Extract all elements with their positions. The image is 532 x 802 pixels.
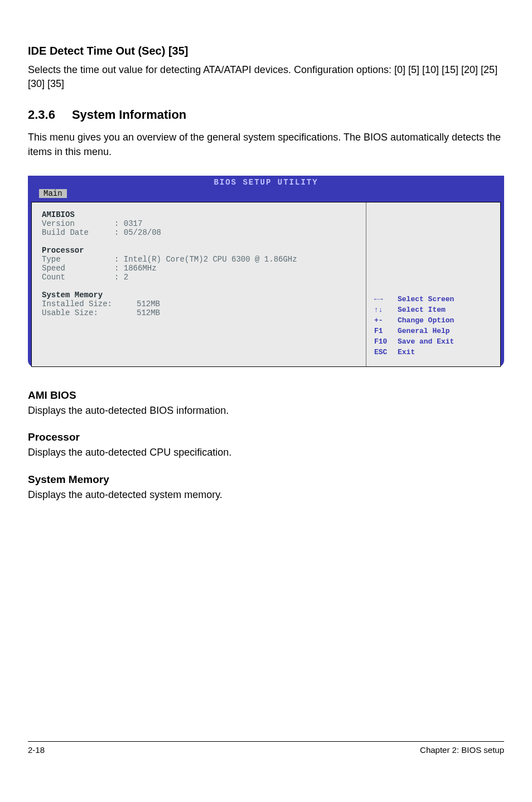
section-header: 2.3.6 System Information (28, 108, 504, 122)
legend-text-save-exit: Save and Exit (398, 337, 457, 347)
ami-bios-body: Displays the auto-detected BIOS informat… (28, 404, 504, 417)
section-body: This menu gives you an overview of the g… (28, 131, 504, 158)
memory-usable-label: Usable Size: (42, 308, 137, 317)
amibios-date-value: : 05/28/08 (114, 228, 161, 237)
legend-key-f1: F1 (374, 327, 396, 336)
system-memory-sub-body: Displays the auto-detected system memory… (28, 489, 504, 501)
bios-setup-panel: BIOS SETUP UTILITY Main AMIBIOS Version … (28, 176, 504, 367)
legend-key-ud: ↑↓ (374, 306, 396, 315)
processor-count-value: : 2 (114, 273, 128, 282)
processor-type-value: : Intel(R) Core(TM)2 CPU 6300 @ 1.86GHz (114, 255, 297, 264)
legend-text-exit: Exit (398, 348, 457, 357)
amibios-version-value: : 0317 (114, 219, 142, 228)
bios-key-legend: ←→Select Screen ↑↓Select Item +-Change O… (373, 294, 458, 359)
legend-key-pm: +- (374, 316, 396, 326)
legend-text-change-option: Change Option (398, 316, 457, 326)
memory-usable-value: 512MB (137, 308, 160, 317)
bios-title: BIOS SETUP UTILITY (28, 176, 504, 189)
system-memory-sub-heading: System Memory (28, 474, 504, 486)
legend-text-general-help: General Help (398, 327, 457, 336)
bios-tab-main[interactable]: Main (39, 189, 67, 198)
processor-heading: Processor (42, 246, 356, 255)
memory-installed-label: Installed Size: (42, 299, 137, 308)
page-footer: 2-18 Chapter 2: BIOS setup (28, 742, 504, 755)
amibios-date-label: Build Date (42, 228, 114, 237)
footer-page-number: 2-18 (28, 745, 45, 755)
processor-count-label: Count (42, 273, 114, 282)
ide-detect-heading: IDE Detect Time Out (Sec) [35] (28, 45, 504, 57)
processor-speed-value: : 1866MHz (114, 264, 157, 273)
amibios-version-label: Version (42, 219, 114, 228)
legend-key-f10: F10 (374, 337, 396, 347)
legend-key-lr: ←→ (374, 295, 396, 305)
processor-type-label: Type (42, 255, 114, 264)
system-memory-heading: System Memory (42, 291, 356, 299)
legend-text-select-screen: Select Screen (398, 295, 457, 305)
footer-chapter-label: Chapter 2: BIOS setup (420, 745, 504, 755)
ide-detect-body: Selects the time out value for detecting… (28, 63, 504, 91)
legend-text-select-item: Select Item (398, 306, 457, 315)
memory-installed-value: 512MB (137, 299, 160, 308)
ami-bios-heading: AMI BIOS (28, 389, 504, 402)
section-title: System Information (72, 108, 186, 122)
processor-sub-body: Displays the auto-detected CPU specifica… (28, 446, 504, 459)
legend-key-esc: ESC (374, 348, 396, 357)
section-number: 2.3.6 (28, 108, 55, 122)
processor-speed-label: Speed (42, 264, 114, 273)
bios-legend-area: ←→Select Screen ↑↓Select Item +-Change O… (366, 202, 500, 366)
bios-main-area: AMIBIOS Version : 0317 Build Date : 05/2… (32, 202, 366, 366)
processor-sub-heading: Processor (28, 431, 504, 443)
amibios-heading: AMIBIOS (42, 210, 356, 219)
